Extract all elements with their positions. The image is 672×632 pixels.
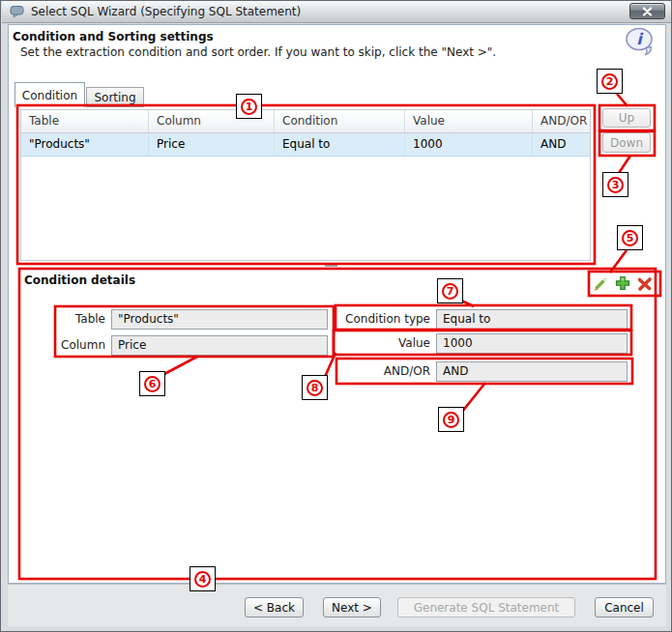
column-header-value[interactable]: Value (405, 110, 533, 132)
detail-label-column: Column (49, 338, 105, 352)
speech-bubble-icon (10, 5, 25, 18)
detail-label-andor: AND/OR (339, 364, 430, 378)
generate-sql-button[interactable]: Generate SQL Statement (397, 597, 575, 618)
annotation-number-7: 7 (437, 278, 463, 303)
tab-condition-label: Condition (22, 89, 77, 102)
table-row[interactable]: "Products" Price Equal to 1000 AND (21, 133, 590, 157)
up-button[interactable]: Up (602, 108, 651, 128)
close-icon (642, 7, 653, 16)
annotation-number-5: 5 (617, 225, 643, 250)
add-plus-icon[interactable] (614, 274, 631, 292)
annotation-number-6: 6 (139, 371, 165, 396)
page-subtitle: Set the extraction condition and sort or… (20, 45, 496, 59)
detail-field-table[interactable]: "Products" (111, 309, 328, 330)
annotation-number-9: 9 (438, 407, 464, 432)
tab-sorting-label: Sorting (94, 91, 135, 104)
wizard-window: Select SQL Wizard (Specifying SQL Statem… (0, 0, 672, 632)
title-bar: Select SQL Wizard (Specifying SQL Statem… (2, 1, 671, 23)
column-header-condition[interactable]: Condition (275, 110, 405, 132)
cell-table: "Products" (21, 133, 149, 156)
window-title: Select SQL Wizard (Specifying SQL Statem… (31, 5, 301, 18)
close-button[interactable] (629, 3, 665, 19)
details-section-title: Condition details (24, 273, 135, 287)
detail-field-value[interactable]: 1000 (436, 333, 628, 354)
delete-x-icon[interactable] (636, 275, 654, 293)
detail-field-andor[interactable]: AND (436, 361, 628, 382)
edit-pencil-icon[interactable] (592, 275, 609, 293)
back-button[interactable]: < Back (245, 597, 304, 618)
tab-condition[interactable]: Condition (15, 82, 85, 107)
cell-value: 1000 (405, 133, 533, 156)
column-header-andor[interactable]: AND/OR (533, 110, 590, 132)
annotation-number-8: 8 (302, 375, 328, 400)
cancel-button[interactable]: Cancel (595, 597, 654, 618)
content-panel (8, 24, 666, 584)
detail-field-condition-type[interactable]: Equal to (436, 309, 628, 330)
column-header-table[interactable]: Table (21, 110, 149, 132)
detail-label-value: Value (339, 336, 430, 350)
cell-andor: AND (533, 133, 590, 156)
detail-label-condition-type: Condition type (339, 312, 430, 326)
splitter-handle[interactable] (325, 264, 337, 267)
table-header-row: Table Column Condition Value AND/OR (21, 110, 590, 133)
info-bubble-icon: i (624, 26, 657, 59)
annotation-number-3: 3 (602, 172, 628, 197)
annotation-number-4: 4 (190, 566, 216, 591)
down-button[interactable]: Down (602, 132, 651, 153)
cell-column: Price (149, 133, 275, 156)
next-button[interactable]: Next > (323, 597, 381, 618)
tab-sorting[interactable]: Sorting (86, 87, 144, 107)
condition-table: Table Column Condition Value AND/OR "Pro… (20, 109, 591, 261)
detail-field-column[interactable]: Price (111, 335, 328, 356)
annotation-number-2: 2 (597, 69, 623, 94)
cell-condition: Equal to (275, 133, 405, 156)
detail-label-table: Table (49, 312, 105, 326)
annotation-number-1: 1 (236, 94, 262, 119)
page-title: Condition and Sorting settings (13, 30, 214, 43)
